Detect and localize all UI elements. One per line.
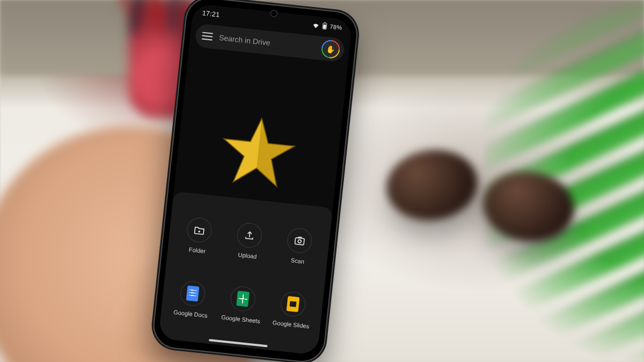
svg-rect-2	[323, 24, 326, 28]
wifi-icon	[312, 21, 320, 28]
account-avatar[interactable]: ✋	[320, 39, 340, 59]
phone: 17:21 78%	[152, 0, 359, 362]
slides-icon	[280, 291, 307, 318]
menu-icon[interactable]	[201, 31, 213, 42]
background-sunglasses	[386, 139, 580, 257]
battery-icon	[322, 22, 327, 30]
sheets-icon	[229, 285, 257, 313]
scan-button[interactable]: Scan	[270, 212, 327, 280]
google-sheets-label: Google Sheets	[221, 314, 261, 324]
svg-rect-9	[295, 238, 304, 245]
svg-marker-4	[255, 119, 297, 188]
status-time: 17:21	[202, 9, 220, 18]
google-slides-button[interactable]: Google Slides	[264, 275, 321, 344]
svg-point-10	[298, 240, 301, 243]
upload-icon	[236, 222, 264, 249]
google-sheets-button[interactable]: Google Sheets	[214, 270, 270, 338]
scan-icon	[286, 227, 313, 254]
google-docs-label: Google Docs	[173, 309, 208, 319]
svg-marker-5	[219, 115, 261, 184]
google-slides-label: Google Slides	[272, 319, 309, 329]
docs-icon	[179, 280, 207, 307]
screen: 17:21 78%	[158, 4, 353, 356]
create-sheet: Folder Upload	[158, 191, 333, 356]
scan-label: Scan	[290, 257, 304, 265]
star-illustration-icon	[214, 108, 303, 196]
svg-rect-1	[324, 23, 326, 24]
create-folder-button[interactable]: Folder	[170, 201, 227, 270]
create-folder-label: Folder	[188, 246, 206, 254]
upload-label: Upload	[238, 252, 257, 260]
google-docs-button[interactable]: Google Docs	[164, 265, 221, 334]
upload-button[interactable]: Upload	[221, 206, 277, 275]
status-battery: 78%	[330, 23, 342, 31]
search-placeholder[interactable]: Search in Drive	[218, 33, 316, 52]
folder-icon	[186, 217, 213, 244]
